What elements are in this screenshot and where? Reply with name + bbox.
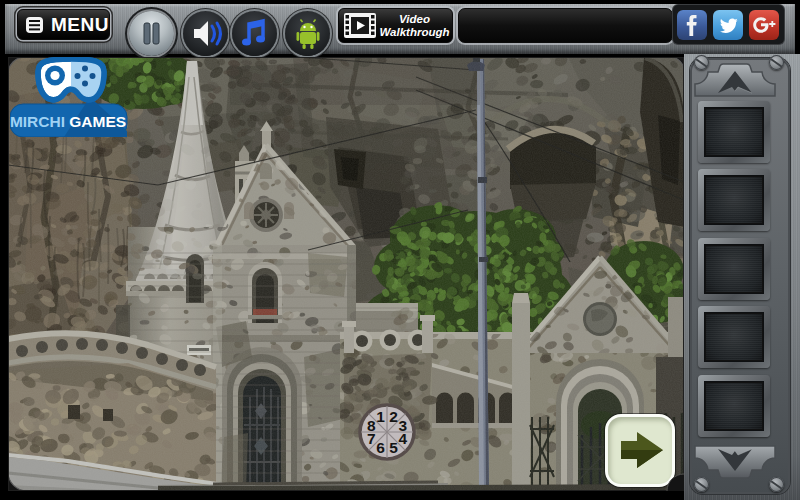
- svg-text:4: 4: [398, 430, 407, 447]
- svg-text:MIRCHI GAMES: MIRCHI GAMES: [10, 113, 126, 130]
- svg-text:5: 5: [389, 439, 398, 456]
- svg-text:2: 2: [389, 408, 398, 425]
- svg-text:8: 8: [367, 417, 376, 434]
- svg-text:1: 1: [376, 408, 385, 425]
- svg-text:6: 6: [376, 439, 385, 456]
